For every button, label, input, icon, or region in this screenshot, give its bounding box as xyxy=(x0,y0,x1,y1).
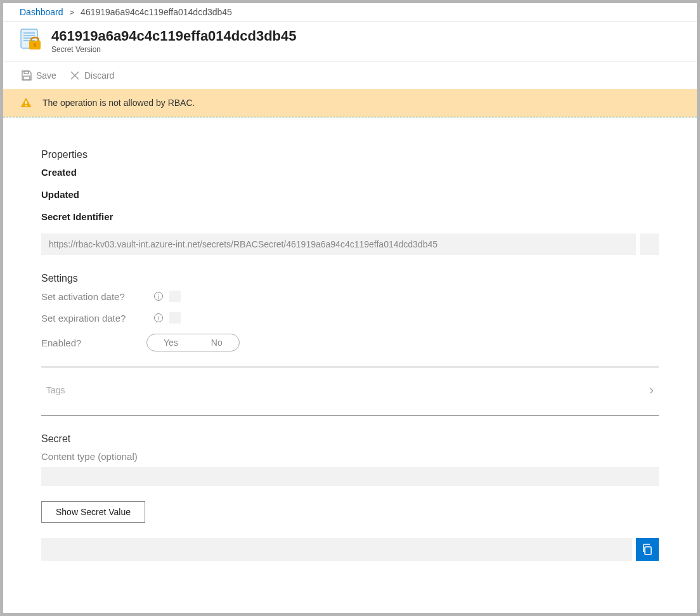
tags-label: Tags xyxy=(46,385,65,395)
content-type-field[interactable] xyxy=(41,467,659,486)
info-icon[interactable]: i xyxy=(154,292,163,301)
secret-value-row xyxy=(41,538,659,561)
info-icon[interactable]: i xyxy=(154,313,163,322)
tags-row[interactable]: Tags › xyxy=(41,367,659,416)
alert-message: The operation is not allowed by RBAC. xyxy=(42,98,195,108)
expiration-date-checkbox[interactable] xyxy=(169,312,181,324)
secret-lock-icon xyxy=(20,28,42,51)
show-secret-value-button[interactable]: Show Secret Value xyxy=(41,501,145,523)
svg-rect-9 xyxy=(23,76,30,80)
window-frame: Dashboard > 461919a6a94c4c119effa014dcd3… xyxy=(3,3,697,613)
save-button[interactable]: Save xyxy=(20,67,58,84)
enabled-yes[interactable]: Yes xyxy=(147,334,195,351)
copy-secret-value-button[interactable] xyxy=(636,538,659,561)
updated-label: Updated xyxy=(41,189,659,200)
secret-identifier-label: Secret Identifier xyxy=(41,211,659,222)
secret-identifier-row xyxy=(41,233,659,255)
enabled-label: Enabled? xyxy=(41,337,136,348)
copy-identifier-button[interactable] xyxy=(640,233,659,255)
discard-label: Discard xyxy=(84,70,114,81)
breadcrumb-separator-icon: > xyxy=(70,8,75,17)
enabled-toggle[interactable]: Yes No xyxy=(146,334,240,351)
secret-identifier-field[interactable] xyxy=(41,233,636,255)
svg-rect-12 xyxy=(25,101,27,104)
created-label: Created xyxy=(41,167,659,178)
page-title: 461919a6a94c4c119effa014dcd3db45 xyxy=(51,28,297,44)
properties-heading: Properties xyxy=(41,149,659,161)
save-label: Save xyxy=(36,70,56,81)
content-area: Properties Created Updated Secret Identi… xyxy=(3,117,697,573)
activation-date-label: Set activation date? xyxy=(41,291,149,302)
activation-date-row: Set activation date? i xyxy=(41,291,659,302)
breadcrumb: Dashboard > 461919a6a94c4c119effa014dcd3… xyxy=(3,3,697,22)
chevron-right-icon: › xyxy=(649,383,654,397)
settings-heading: Settings xyxy=(41,273,659,284)
breadcrumb-current: 461919a6a94c4c119effa014dcd3db45 xyxy=(81,7,232,17)
title-block: 461919a6a94c4c119effa014dcd3db45 Secret … xyxy=(3,22,697,62)
secret-value-field[interactable] xyxy=(41,538,632,561)
enabled-row: Enabled? Yes No xyxy=(41,334,659,351)
save-icon xyxy=(21,70,32,81)
activation-date-checkbox[interactable] xyxy=(169,291,181,302)
page-subtitle: Secret Version xyxy=(51,45,297,54)
expiration-date-label: Set expiration date? xyxy=(41,313,149,324)
alert-banner: The operation is not allowed by RBAC. xyxy=(3,89,697,117)
svg-rect-14 xyxy=(645,547,651,554)
expiration-date-row: Set expiration date? i xyxy=(41,312,659,324)
svg-rect-8 xyxy=(24,71,29,74)
secret-heading: Secret xyxy=(41,433,659,445)
svg-rect-7 xyxy=(34,44,36,47)
close-icon xyxy=(69,70,81,81)
discard-button[interactable]: Discard xyxy=(68,67,115,84)
breadcrumb-root-link[interactable]: Dashboard xyxy=(20,7,63,17)
copy-icon xyxy=(641,543,654,556)
svg-rect-13 xyxy=(25,105,27,107)
toolbar: Save Discard xyxy=(3,62,697,89)
content-type-label: Content type (optional) xyxy=(41,451,659,462)
enabled-no[interactable]: No xyxy=(195,334,239,351)
warning-icon xyxy=(20,96,32,109)
